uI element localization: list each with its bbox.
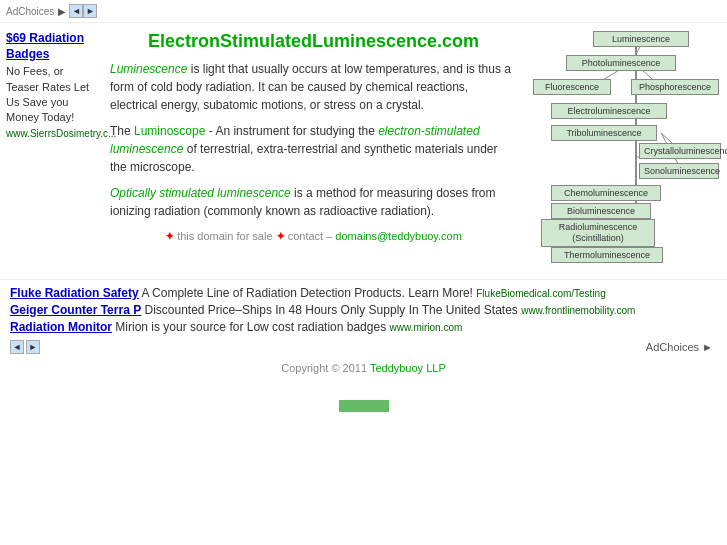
sale-bullet1: ✦ xyxy=(165,230,174,242)
ad-nav-prev[interactable]: ◄ xyxy=(69,4,83,18)
bottom-nav-btns: ◄ ► xyxy=(10,340,40,354)
bottom-ad-row-3: Radiation Monitor Mirion is your source … xyxy=(10,320,717,334)
bottom-ad3-link[interactable]: www.mirion.com xyxy=(389,322,462,333)
osl-link[interactable]: Optically stimulated luminescence xyxy=(110,186,291,200)
ad-nav-next[interactable]: ► xyxy=(83,4,97,18)
ad-choices-icon: ▶ xyxy=(58,6,66,17)
bottom-ad2-link[interactable]: www.frontlinemobility.com xyxy=(521,305,635,316)
bottom-section: Fluke Radiation Safety A Complete Line o… xyxy=(0,279,727,421)
sale-notice: ✦ this domain for sale ✦ contact – domai… xyxy=(110,230,517,243)
left-sidebar: $69 Radiation Badges No Fees, or Teaser … xyxy=(0,27,100,271)
diagram-container: Luminescence Photoluminescence Fluoresce… xyxy=(531,29,723,269)
bottom-ad2-desc: Discounted Price–Ships In 48 Hours Only … xyxy=(145,303,522,317)
bottom-nav-prev[interactable]: ◄ xyxy=(10,340,24,354)
bottom-ad-row-2: Geiger Counter Terra P Discounted Price–… xyxy=(10,303,717,317)
sale-text2: contact – xyxy=(288,230,336,242)
copyright-section: Copyright © 2011 Teddybuoy LLP xyxy=(10,362,717,384)
bottom-ad-row-1: Fluke Radiation Safety A Complete Line o… xyxy=(10,286,717,300)
node-crystalloluminescence: Crystalloluminescence xyxy=(639,143,721,159)
node-triboluminescence: Triboluminescence xyxy=(551,125,657,141)
bottom-ad1-link[interactable]: FlukeBiomedical.com/Testing xyxy=(476,288,606,299)
para-luminoscope: The Luminoscope - An instrument for stud… xyxy=(110,122,517,176)
bottom-ad2-title[interactable]: Geiger Counter Terra P xyxy=(10,303,141,317)
bottom-nav-bar: ◄ ► AdChoices ► xyxy=(10,340,717,354)
bottom-nav-next[interactable]: ► xyxy=(26,340,40,354)
para2-prefix: The xyxy=(110,124,134,138)
right-diagram: Luminescence Photoluminescence Fluoresce… xyxy=(527,27,727,271)
node-thermoluminescence: Thermoluminescence xyxy=(551,247,663,263)
node-fluorescence: Fluorescence xyxy=(533,79,611,95)
bottom-ad3-title[interactable]: Radiation Monitor xyxy=(10,320,112,334)
para2-mid: - An instrument for studying the xyxy=(205,124,378,138)
node-luminescence: Luminescence xyxy=(593,31,689,47)
bottom-ad-choices: AdChoices ► xyxy=(646,341,713,353)
node-electroluminescence: Electroluminescence xyxy=(551,103,667,119)
bottom-ad3-desc: Mirion is your source for Low cost radia… xyxy=(115,320,389,334)
luminoscope-link[interactable]: Luminoscope xyxy=(134,124,205,138)
top-ad-bar: AdChoices ▶ ◄ ► xyxy=(0,0,727,23)
node-phosphorescence: Phosphorescence xyxy=(631,79,719,95)
center-content: ElectronStimulatedLuminescence.com Lumin… xyxy=(100,27,527,271)
bottom-green-bar xyxy=(10,400,717,415)
bottom-ad1-title[interactable]: Fluke Radiation Safety xyxy=(10,286,139,300)
sidebar-ad-text: No Fees, or Teaser Rates Let Us Save you… xyxy=(6,64,94,126)
para-luminescence: Luminescence is light that usually occur… xyxy=(110,60,517,114)
luminescence-link[interactable]: Luminescence xyxy=(110,62,187,76)
copyright-link[interactable]: Teddybuoy LLP xyxy=(370,362,446,374)
node-sonoluminescence: Sonoluminescence xyxy=(639,163,719,179)
node-bioluminescence: Bioluminescence xyxy=(551,203,651,219)
green-bar-image xyxy=(339,400,389,412)
sidebar-ad-title[interactable]: $69 Radiation Badges xyxy=(6,31,94,62)
para-osl: Optically stimulated luminescence is a m… xyxy=(110,184,517,220)
sale-bullet2: ✦ xyxy=(276,230,285,242)
bottom-ad1-desc: A Complete Line of Radiation Detection P… xyxy=(141,286,476,300)
node-radioluminescence: Radioluminescence(Scintillation) xyxy=(541,219,655,247)
sale-text1: this domain for sale xyxy=(177,230,275,242)
node-photoluminescence: Photoluminescence xyxy=(566,55,676,71)
site-title: ElectronStimulatedLuminescence.com xyxy=(110,31,517,52)
sale-email-link[interactable]: domains@teddybuoy.com xyxy=(335,230,462,242)
copyright-text: Copyright © 2011 xyxy=(281,362,370,374)
ad-choices-label: AdChoices xyxy=(6,6,54,17)
node-chemoluminescence: Chemoluminescence xyxy=(551,185,661,201)
